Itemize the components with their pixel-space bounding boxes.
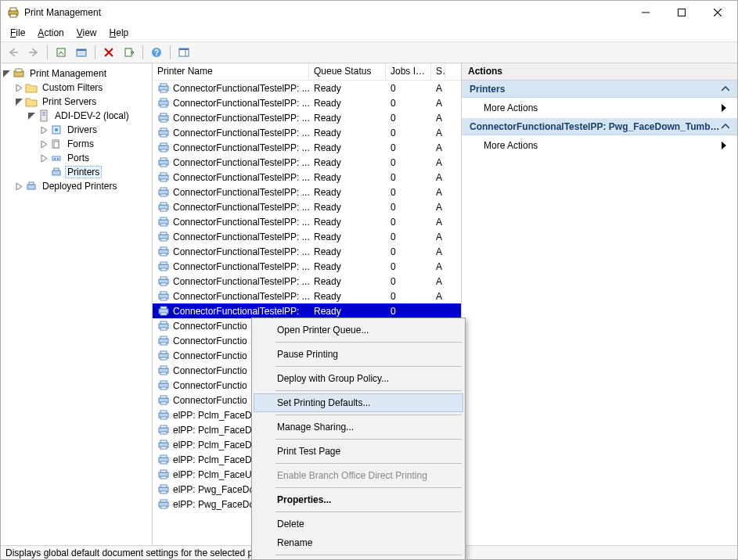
cm-open-queue[interactable]: Open Printer Queue...	[254, 321, 463, 339]
actions-section-printers[interactable]: Printers	[462, 81, 737, 98]
svg-rect-65	[160, 224, 167, 226]
actions-section-selected[interactable]: ConnectorFunctionalTestelPP: Pwg_FaceDow…	[462, 118, 737, 135]
menu-view[interactable]: View	[70, 26, 103, 40]
cm-manage-sharing[interactable]: Manage Sharing...	[254, 418, 463, 436]
svg-rect-107	[160, 432, 167, 434]
list-row[interactable]: ConnectorFunctionalTestelPP: ... Ready 0…	[153, 214, 461, 229]
cm-print-test[interactable]: Print Test Page	[254, 442, 463, 461]
collapse-icon[interactable]	[26, 110, 37, 121]
collapse-icon[interactable]	[13, 96, 24, 107]
cm-delete[interactable]: Delete	[254, 515, 463, 533]
svg-rect-32	[52, 171, 60, 175]
toolbar-delete-button[interactable]	[99, 44, 118, 61]
cm-rename[interactable]: Rename	[254, 533, 463, 552]
list-row[interactable]: ConnectorFunctionalTestelPP: ... Ready 0…	[153, 140, 461, 155]
expand-icon[interactable]	[38, 153, 49, 163]
printer-jobs-cell: 0	[391, 217, 396, 228]
column-jobs[interactable]: Jobs In ...	[386, 63, 431, 80]
list-row[interactable]: ConnectorFunctionalTestelPP: Ready 0	[153, 303, 461, 318]
list-row[interactable]: ConnectorFunctionalTestelPP: ... Ready 0…	[153, 185, 461, 199]
svg-rect-23	[42, 112, 45, 113]
svg-rect-9	[57, 48, 65, 56]
list-row[interactable]: ConnectorFunctionalTestelPP: ... Ready 0…	[153, 110, 461, 125]
column-queue-status[interactable]: Queue Status	[309, 63, 386, 80]
menu-action[interactable]: Action	[31, 26, 70, 40]
printer-extra-cell: A	[436, 291, 442, 302]
printer-name-cell: ConnectorFunctionalTestelPP: ...	[173, 246, 309, 257]
maximize-button[interactable]	[664, 1, 700, 24]
cm-set-defaults[interactable]: Set Printing Defaults...	[254, 393, 463, 412]
printer-name-cell: elPP: Pclm_FaceUp	[173, 469, 257, 480]
actions-more-printers[interactable]: More Actions	[462, 98, 737, 118]
tree-root[interactable]: Print Management	[1, 66, 152, 81]
printer-status-cell: Ready	[314, 113, 341, 124]
forward-button[interactable]	[24, 44, 43, 61]
cm-deploy-gp[interactable]: Deploy with Group Policy...	[254, 369, 463, 388]
list-row[interactable]: ConnectorFunctionalTestelPP: ... Ready 0…	[153, 81, 461, 95]
list-row[interactable]: ConnectorFunctionalTestelPP: ... Ready 0…	[153, 244, 461, 259]
list-row[interactable]: ConnectorFunctionalTestelPP: ... Ready 0…	[153, 229, 461, 244]
svg-rect-50	[160, 149, 167, 152]
cm-pause-printing[interactable]: Pause Printing	[254, 345, 463, 364]
svg-rect-49	[160, 143, 167, 145]
tree-forms[interactable]: Forms	[38, 137, 152, 151]
expand-icon[interactable]	[13, 181, 24, 192]
expand-icon[interactable]	[38, 138, 49, 149]
toolbar-help-button[interactable]: ?	[147, 44, 166, 61]
list-row[interactable]: ConnectorFunctionalTestelPP: ... Ready 0…	[153, 259, 461, 274]
printer-icon	[157, 142, 170, 154]
actions-more-selected[interactable]: More Actions	[462, 135, 737, 156]
svg-rect-103	[160, 411, 167, 413]
list-row[interactable]: ConnectorFunctionalTestelPP: ... Ready 0…	[153, 274, 461, 289]
list-row[interactable]: ConnectorFunctionalTestelPP: ... Ready 0…	[153, 125, 461, 140]
toolbar-pane-button[interactable]	[175, 44, 193, 61]
cm-properties[interactable]: Properties...	[254, 490, 463, 509]
printer-name-cell: ConnectorFunctionalTestelPP: ...	[173, 202, 309, 213]
expand-icon[interactable]	[13, 82, 24, 93]
actions-section-selected-label: ConnectorFunctionalTestelPP: Pwg_FaceDow…	[470, 121, 722, 132]
tree-ports[interactable]: Ports	[38, 151, 152, 165]
svg-rect-21	[16, 69, 22, 72]
svg-rect-100	[160, 396, 167, 398]
tree-printers[interactable]: Printers	[38, 165, 152, 179]
tree-deployed-printers[interactable]: Deployed Printers	[13, 179, 152, 193]
expand-icon[interactable]	[38, 124, 49, 135]
minimize-button[interactable]	[628, 1, 664, 24]
column-printer-name[interactable]: Printer Name	[153, 63, 309, 80]
list-row[interactable]: ConnectorFunctionalTestelPP: ... Ready 0…	[153, 199, 461, 214]
tree-drivers[interactable]: Drivers	[38, 123, 152, 137]
tree-print-servers[interactable]: Print Servers	[13, 95, 152, 109]
list-row[interactable]: ConnectorFunctionalTestelPP: ... Ready 0…	[153, 289, 461, 303]
tree-pane[interactable]: Print Management Custom Filt	[1, 63, 153, 545]
printer-icon	[157, 290, 170, 303]
svg-rect-113	[160, 461, 167, 464]
printer-extra-cell: A	[436, 187, 442, 198]
toolbar-refresh-button[interactable]	[72, 44, 91, 61]
svg-rect-52	[160, 158, 167, 160]
tree-server-label: ADI-DEV-2 (local)	[52, 110, 131, 121]
printer-status-cell: Ready	[314, 187, 341, 198]
svg-rect-18	[179, 48, 189, 50]
tree-server[interactable]: ADI-DEV-2 (local)	[26, 109, 152, 123]
list-row[interactable]: ConnectorFunctionalTestelPP: ... Ready 0…	[153, 95, 461, 110]
list-row[interactable]: ConnectorFunctionalTestelPP: ... Ready 0…	[153, 170, 461, 185]
svg-rect-92	[160, 357, 167, 360]
printer-status-cell: Ready	[314, 202, 341, 213]
printer-icon	[157, 320, 170, 332]
list-row[interactable]: ConnectorFunctionalTestelPP: ... Ready 0…	[153, 155, 461, 170]
menu-help[interactable]: Help	[103, 26, 135, 40]
tree-custom-filters[interactable]: Custom Filters	[13, 81, 152, 95]
printer-name-cell: ConnectorFunctionalTestelPP: ...	[173, 98, 309, 109]
svg-rect-31	[57, 158, 59, 160]
toolbar-export-button[interactable]	[120, 44, 139, 61]
back-button[interactable]	[4, 44, 23, 61]
collapse-icon[interactable]	[1, 68, 12, 79]
menu-file[interactable]: File	[4, 26, 31, 40]
close-button[interactable]	[700, 1, 736, 24]
toolbar-properties-button[interactable]	[52, 44, 70, 61]
svg-rect-37	[160, 84, 167, 86]
svg-rect-119	[160, 491, 167, 494]
printer-extra-cell: A	[436, 217, 442, 228]
column-more[interactable]: S	[431, 63, 445, 80]
printer-extra-cell: A	[436, 113, 442, 124]
